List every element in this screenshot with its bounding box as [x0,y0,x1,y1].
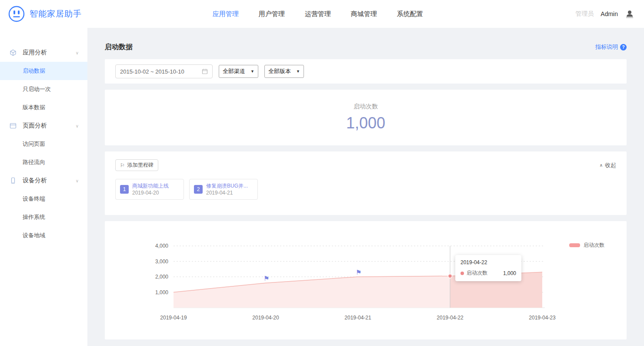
sidebar-item[interactable]: 访问页面 [0,135,87,153]
username[interactable]: Admin [601,10,618,17]
version-select[interactable]: 全部版本 ▼ [264,65,304,78]
header-user-area: 管理员 Admin [575,9,634,19]
chart-legend[interactable]: 启动次数 [569,242,604,249]
svg-text:1,000: 1,000 [155,289,168,296]
milestone-index: 2 [194,185,203,194]
channel-select-value: 全部渠道 [223,67,245,75]
chart-tooltip: 2019-04-22 启动次数 1,000 [455,255,521,281]
metric-help-link[interactable]: 指标说明 ? [595,43,627,51]
svg-text:2019-04-21: 2019-04-21 [344,315,371,321]
date-range-value: 2015-10-02 ~ 2015-10-10 [120,68,184,75]
milestone-index: 1 [120,185,129,194]
milestone-item[interactable]: 1商城新功能上线2019-04-20 [115,179,184,200]
sidebar-item[interactable]: 操作系统 [0,208,87,226]
sidebar-item[interactable]: 路径流向 [0,153,87,171]
legend-label: 启动次数 [584,242,604,249]
channel-select[interactable]: 全部渠道 ▼ [219,65,258,78]
chevron-down-icon: ∨ [76,178,79,183]
milestone-flag-icon: ⚑ [264,275,269,282]
milestone-flag-icon: ⚑ [356,269,361,276]
svg-text:2019-04-23: 2019-04-23 [529,315,556,321]
svg-text:2019-04-22: 2019-04-22 [437,315,464,321]
page-head: 启动数据 指标说明 ? [105,35,627,59]
header-nav: 应用管理用户管理运营管理商城管理系统配置 [213,10,423,18]
calendar-icon [202,68,208,74]
add-milestone-label: 添加里程碑 [127,161,153,169]
tooltip-series-dot [460,272,464,275]
sidebar-group-2[interactable]: 设备分析∨ [0,171,87,190]
chevron-down-icon: ∨ [76,124,79,128]
page-icon [10,122,17,129]
logo-icon [8,5,25,23]
tooltip-series-label: 启动次数 [467,269,487,277]
stat-card: 启动次数 1,000 [105,90,627,145]
collapse-toggle[interactable]: ∧ 收起 [600,161,616,169]
milestone-date: 2019-04-21 [206,189,248,196]
role-label: 管理员 [575,10,594,18]
svg-text:2,000: 2,000 [155,274,168,280]
sidebar-group-0[interactable]: 应用分析∨ [0,44,87,62]
sidebar-group-label: 应用分析 [23,49,76,57]
sidebar-item[interactable]: 启动数据 [0,62,87,80]
chevron-up-icon: ∧ [600,163,603,168]
cube-icon [10,49,17,56]
svg-text:2019-04-19: 2019-04-19 [160,315,187,321]
tooltip-series-value: 1,000 [503,270,516,276]
sidebar-item[interactable]: 设备地域 [0,226,87,245]
tooltip-date: 2019-04-22 [460,259,516,265]
sidebar-item[interactable]: 只启动一次 [0,80,87,98]
milestone-item[interactable]: 2修复崩溃BUG并...2019-04-21 [189,179,258,200]
legend-swatch [569,243,580,247]
milestone-list: 1商城新功能上线2019-04-202修复崩溃BUG并...2019-04-21 [115,179,616,200]
page-title: 启动数据 [105,43,133,52]
app-header: 智能家居助手 应用管理用户管理运营管理商城管理系统配置 管理员 Admin [0,0,644,28]
nav-item-0[interactable]: 应用管理 [213,10,239,18]
milestone-title: 商城新功能上线 [132,182,169,189]
user-icon[interactable] [625,9,634,19]
sidebar-group-label: 设备分析 [23,177,76,185]
milestone-card: ⚐ 添加里程碑 ∧ 收起 1商城新功能上线2019-04-202修复崩溃BUG并… [105,151,627,215]
main-content: 启动数据 指标说明 ? 2015-10-02 ~ 2015-10-10 全部渠道… [87,28,644,346]
nav-item-3[interactable]: 商城管理 [351,10,377,18]
svg-text:3,000: 3,000 [155,259,168,265]
metric-help-label: 指标说明 [595,43,618,51]
app-logo[interactable]: 智能家居助手 [0,5,122,23]
stat-value: 1,000 [346,114,385,132]
milestone-title: 修复崩溃BUG并... [206,182,248,189]
sidebar-item[interactable]: 设备终端 [0,190,87,208]
sidebar-group-1[interactable]: 页面分析∨ [0,117,87,135]
svg-text:2019-04-20: 2019-04-20 [252,315,279,321]
app-title: 智能家居助手 [30,8,82,20]
nav-item-4[interactable]: 系统配置 [397,10,423,18]
svg-text:4,000: 4,000 [155,243,168,249]
sidebar-item[interactable]: 版本数据 [0,98,87,117]
chevron-down-icon: ▼ [250,69,254,74]
flag-icon: ⚐ [120,162,125,168]
chart-svg[interactable]: 1,0002,0003,0004,000⚑⚑2019-04-192019-04-… [105,221,627,328]
sidebar-group-label: 页面分析 [23,122,76,130]
chart-card: 1,0002,0003,0004,000⚑⚑2019-04-192019-04-… [105,221,627,339]
sidebar: 应用分析∨启动数据只启动一次版本数据页面分析∨访问页面路径流向设备分析∨设备终端… [0,28,87,346]
collapse-label: 收起 [605,161,616,169]
device-icon [10,177,17,184]
nav-item-2[interactable]: 运营管理 [305,10,331,18]
question-icon: ? [620,44,627,50]
chevron-down-icon: ∨ [76,50,79,55]
add-milestone-button[interactable]: ⚐ 添加里程碑 [115,159,158,171]
filter-bar: 2015-10-02 ~ 2015-10-10 全部渠道 ▼ 全部版本 ▼ [105,59,627,84]
version-select-value: 全部版本 [268,67,291,75]
milestone-date: 2019-04-20 [132,189,169,196]
stat-label: 启动次数 [354,103,378,111]
date-range-picker[interactable]: 2015-10-02 ~ 2015-10-10 [115,64,213,78]
chevron-down-icon: ▼ [296,69,300,74]
nav-item-1[interactable]: 用户管理 [259,10,285,18]
